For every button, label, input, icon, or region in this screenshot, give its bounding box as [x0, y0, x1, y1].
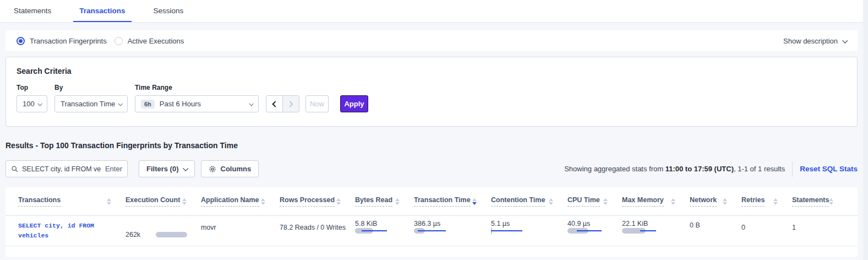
- column-header-contention-time[interactable]: Contention Time: [491, 196, 567, 207]
- time-next-button[interactable]: [282, 95, 299, 112]
- results-heading: Results - Top 100 Transaction Fingerprin…: [6, 141, 238, 150]
- sql-search-box[interactable]: Enter: [6, 160, 128, 177]
- transaction-fingerprint-link[interactable]: SELECT city, id FROM vehicles: [18, 216, 125, 246]
- by-select-value: Transaction Time: [61, 100, 115, 108]
- max-memory-cell: 22.1 KiB: [622, 216, 690, 246]
- time-range-badge: 6h: [141, 100, 155, 109]
- sort-icon[interactable]: [261, 198, 265, 205]
- now-button[interactable]: Now: [305, 95, 329, 112]
- top-select[interactable]: 100: [17, 95, 47, 112]
- chevron-down-icon: [37, 101, 42, 106]
- column-header-execution-count[interactable]: Execution Count: [125, 196, 201, 207]
- by-label: By: [54, 84, 128, 91]
- chevron-down-icon: [249, 101, 253, 106]
- sort-icon[interactable]: [182, 198, 187, 205]
- gear-icon: [209, 165, 216, 173]
- sort-icon[interactable]: [472, 198, 477, 205]
- page-tabs: Statements Transactions Sessions: [0, 0, 863, 23]
- search-icon: [11, 165, 18, 172]
- contention-time-cell: 5.1 µs: [491, 216, 567, 246]
- view-toggle-bar: Transaction Fingerprints Active Executio…: [6, 30, 858, 51]
- column-header-cpu-time[interactable]: CPU Time: [567, 196, 622, 207]
- time-range-value: Past 6 Hours: [160, 100, 201, 108]
- by-select[interactable]: Transaction Time: [54, 95, 128, 112]
- sort-icon[interactable]: [671, 198, 675, 205]
- radio-selected-icon: [17, 37, 25, 45]
- sort-icon[interactable]: [336, 198, 341, 205]
- tab-transactions[interactable]: Transactions: [73, 0, 131, 22]
- column-header-bytes-read[interactable]: Bytes Read: [355, 196, 414, 207]
- sort-icon[interactable]: [723, 198, 727, 205]
- sort-icon[interactable]: [773, 198, 778, 205]
- time-prev-button[interactable]: [266, 95, 283, 112]
- search-input[interactable]: [22, 165, 101, 173]
- cpu-time-cell: 40.9 µs: [567, 216, 622, 246]
- network-cell: 0 B: [690, 216, 741, 246]
- radio-transaction-fingerprints[interactable]: Transaction Fingerprints: [17, 37, 107, 45]
- filters-button[interactable]: Filters (0): [139, 160, 195, 177]
- bytes-read-cell: 5.8 KiB: [355, 216, 414, 246]
- divider: [792, 161, 793, 177]
- aggregated-stats-text: Showing aggregated stats from 11:00 to 1…: [564, 165, 785, 173]
- time-range-label: Time Range: [135, 84, 259, 91]
- radio-active-executions[interactable]: Active Executions: [114, 37, 184, 45]
- rows-processed-cell: 78.2 Reads / 0 Writes: [280, 216, 355, 246]
- sort-icon[interactable]: [829, 198, 833, 205]
- application-name-cell: movr: [201, 216, 280, 246]
- execution-count-bar: [156, 232, 187, 237]
- column-header-max-memory[interactable]: Max Memory: [622, 196, 690, 207]
- arrow-left-icon: [272, 101, 278, 107]
- tab-statements[interactable]: Statements: [8, 0, 57, 22]
- show-description-label: Show description: [783, 37, 838, 45]
- top-select-value: 100: [23, 100, 35, 108]
- chevron-down-icon: [842, 37, 848, 43]
- column-header-statements[interactable]: Statements: [792, 196, 845, 207]
- time-range-field: Time Range 6h Past 6 Hours: [135, 84, 259, 112]
- sort-icon[interactable]: [549, 198, 553, 205]
- column-header-transactions[interactable]: Transactions: [18, 196, 125, 207]
- top-label: Top: [17, 84, 47, 91]
- search-criteria-title: Search Criteria: [17, 67, 847, 75]
- by-field: By Transaction Time: [54, 84, 128, 112]
- apply-button[interactable]: Apply: [340, 95, 368, 112]
- reset-sql-stats-link[interactable]: Reset SQL Stats: [800, 165, 858, 173]
- column-header-rows-processed[interactable]: Rows Processed: [280, 196, 355, 207]
- time-range-select[interactable]: 6h Past 6 Hours: [135, 95, 259, 112]
- tab-sessions[interactable]: Sessions: [148, 0, 190, 22]
- arrow-right-icon: [287, 101, 293, 107]
- column-header-network[interactable]: Network: [690, 196, 741, 207]
- radio-unselected-icon: [114, 37, 123, 45]
- transaction-time-cell: 386.3 µs: [414, 216, 491, 246]
- column-header-application-name[interactable]: Application Name: [201, 196, 280, 207]
- columns-button[interactable]: Columns: [201, 160, 259, 177]
- chevron-down-icon: [118, 101, 122, 106]
- column-header-transaction-time[interactable]: Transaction Time: [414, 196, 491, 207]
- results-toolbar: Enter Filters (0) Columns Showing aggreg…: [6, 160, 858, 177]
- statements-cell: 1: [792, 216, 845, 246]
- table-header-row: Transactions Execution Count Application…: [6, 187, 858, 216]
- sort-icon[interactable]: [603, 198, 608, 205]
- time-nav: [266, 95, 299, 112]
- table-row: SELECT city, id FROM vehicles 262k movr …: [6, 216, 858, 246]
- retries-cell: 0: [741, 216, 792, 246]
- sort-icon[interactable]: [395, 198, 400, 205]
- chevron-down-icon: [183, 166, 188, 171]
- results-table: Transactions Execution Count Application…: [6, 187, 858, 257]
- scrollbar[interactable]: [863, 0, 868, 260]
- column-header-retries[interactable]: Retries: [741, 196, 792, 207]
- enter-hint[interactable]: Enter: [105, 165, 122, 173]
- radio-label: Active Executions: [128, 37, 184, 45]
- filters-label: Filters (0): [146, 165, 179, 173]
- search-criteria-card: Search Criteria Top 100 By Transaction T…: [6, 57, 858, 127]
- sort-icon[interactable]: [107, 198, 111, 205]
- columns-label: Columns: [221, 165, 252, 173]
- execution-count-cell: 262k: [125, 216, 201, 246]
- show-description-toggle[interactable]: Show description: [783, 37, 847, 45]
- radio-label: Transaction Fingerprints: [30, 37, 107, 45]
- top-field: Top 100: [17, 84, 47, 112]
